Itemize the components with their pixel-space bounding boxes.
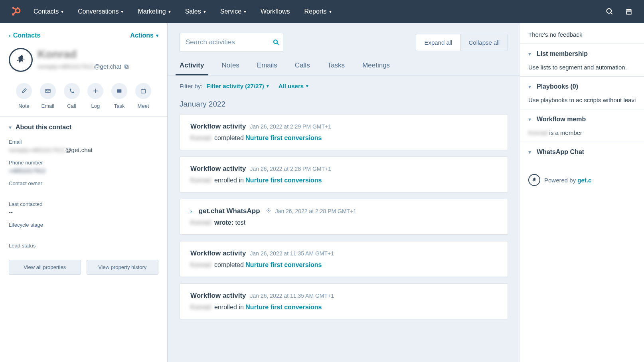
call-action[interactable]: Call — [64, 83, 80, 109]
about-title: About this contact — [16, 124, 71, 131]
card-time: Jan 26, 2022 at 2:28 PM GMT+1 — [275, 208, 357, 214]
contact-email: noreply+4851017912@get.chat — [38, 63, 129, 70]
tab-notes[interactable]: Notes — [221, 56, 239, 75]
search-input[interactable] — [186, 38, 270, 46]
meet-action[interactable]: Meet — [135, 83, 151, 109]
hubspot-logo[interactable] — [10, 5, 22, 18]
expand-all-button[interactable]: Expand all — [416, 34, 460, 51]
log-action[interactable]: +Log — [87, 83, 103, 109]
svg-line-7 — [611, 13, 612, 14]
card-body: Konrad completed Nurture first conversio… — [190, 135, 497, 142]
chevron-down-icon: ▾ — [528, 51, 531, 57]
activity-card[interactable]: Workflow activityJan 26, 2022 at 2:28 PM… — [180, 156, 508, 192]
chevron-down-icon: ▾ — [267, 83, 269, 89]
card-time: Jan 26, 2022 at 11:35 AM GMT+1 — [250, 250, 334, 257]
search-icon[interactable] — [604, 6, 615, 17]
tab-emails[interactable]: Emails — [257, 56, 277, 75]
actor-name-blurred: Konrad — [190, 261, 211, 268]
chevron-down-icon: ▾ — [306, 83, 308, 89]
nav-marketing[interactable]: Marketing▾ — [138, 8, 170, 15]
note-action[interactable]: Note — [16, 83, 32, 109]
nav-label: Marketing — [138, 8, 166, 15]
card-body: Konrad completed Nurture first conversio… — [190, 261, 497, 269]
search-activities[interactable] — [180, 33, 283, 52]
task-icon — [111, 83, 127, 99]
actions-label: Actions — [130, 32, 154, 39]
chevron-right-icon[interactable]: › — [190, 208, 192, 214]
action-label: Email — [41, 103, 54, 109]
marketplace-icon[interactable] — [623, 6, 634, 17]
chevron-down-icon: ▾ — [9, 124, 12, 131]
card-time: Jan 26, 2022 at 2:28 PM GMT+1 — [250, 166, 332, 172]
svg-line-17 — [277, 43, 279, 45]
powered-link[interactable]: get.c — [577, 177, 591, 184]
prop-label: Lead status — [9, 243, 158, 249]
task-action[interactable]: Task — [111, 83, 127, 109]
desc-rest: is a member — [547, 129, 582, 136]
svg-point-16 — [274, 40, 277, 44]
card-time: Jan 26, 2022 at 2:29 PM GMT+1 — [250, 123, 332, 130]
right-section-playbooks[interactable]: ▾ Playbooks (0) — [520, 77, 644, 97]
chevron-down-icon: ▾ — [244, 9, 246, 14]
back-to-contacts[interactable]: ‹ Contacts — [9, 32, 40, 39]
feedback-text: There's no feedback — [528, 30, 636, 39]
actor-name-blurred: Konrad — [190, 135, 211, 141]
nav-workflows[interactable]: Workflows — [261, 8, 290, 15]
svg-rect-9 — [126, 65, 128, 68]
activity-list: Workflow activityJan 26, 2022 at 2:29 PM… — [168, 114, 520, 342]
filter-row: Filter by: Filter activity (27/27)▾ All … — [168, 75, 520, 97]
nav-sales[interactable]: Sales▾ — [185, 8, 206, 15]
right-section-whatsapp-chat[interactable]: ▾ WhatsApp Chat — [520, 142, 644, 162]
activity-card[interactable]: Workflow activityJan 26, 2022 at 11:35 A… — [180, 241, 508, 277]
right-section-list-memberships[interactable]: ▾ List membership — [520, 44, 644, 64]
activity-card[interactable]: ›get.chat WhatsAppJan 26, 2022 at 2:28 P… — [180, 199, 508, 235]
activity-card[interactable]: Workflow activityJan 26, 2022 at 11:35 A… — [180, 283, 508, 319]
svg-point-0 — [12, 13, 14, 16]
gear-icon[interactable] — [266, 208, 271, 213]
nav-label: Service — [220, 8, 241, 15]
avatar[interactable] — [9, 48, 33, 72]
collapse-all-button[interactable]: Collapse all — [460, 34, 508, 51]
view-all-properties-button[interactable]: View all properties — [9, 260, 81, 275]
workflow-link[interactable]: Nurture first conversions — [245, 135, 322, 141]
nav-service[interactable]: Service▾ — [220, 8, 246, 15]
view-property-history-button[interactable]: View property history — [87, 260, 159, 275]
tab-meetings[interactable]: Meetings — [362, 56, 390, 75]
action-label: Meet — [138, 103, 149, 109]
workflow-link[interactable]: Nurture first conversions — [245, 261, 322, 268]
action-label: Log — [91, 103, 100, 109]
tab-calls[interactable]: Calls — [295, 56, 310, 75]
workflow-link[interactable]: Nurture first conversions — [245, 177, 322, 184]
svg-rect-8 — [626, 11, 631, 14]
center-panel: Expand all Collapse all Activity Notes E… — [168, 23, 520, 362]
email-action[interactable]: Email — [40, 83, 56, 109]
section-desc: Use lists to segment and automation. — [520, 64, 644, 76]
actions-dropdown[interactable]: Actions ▾ — [130, 32, 158, 39]
card-time: Jan 26, 2022 at 11:35 AM GMT+1 — [250, 293, 334, 299]
card-body: Konrad enrolled in Nurture first convers… — [190, 177, 497, 184]
about-section-toggle[interactable]: ▾ About this contact — [0, 117, 167, 136]
right-section-workflow-memberships[interactable]: ▾ Workflow memb — [520, 109, 644, 129]
phone-value: +4851017912 — [9, 167, 158, 174]
nav-conversations[interactable]: Conversations▾ — [78, 8, 123, 15]
copy-icon[interactable] — [124, 64, 129, 69]
prop-lifecycle: Lifecycle stage — [0, 220, 167, 240]
tab-tasks[interactable]: Tasks — [328, 56, 345, 75]
prop-owner: Contact owner — [0, 178, 167, 199]
nav-reports[interactable]: Reports▾ — [304, 8, 332, 15]
section-title: List membership — [537, 50, 588, 57]
activity-card[interactable]: Workflow activityJan 26, 2022 at 2:29 PM… — [180, 114, 508, 150]
card-title: get.chat WhatsApp — [199, 207, 260, 215]
tab-activity[interactable]: Activity — [180, 56, 204, 75]
top-nav: Contacts▾ Conversations▾ Marketing▾ Sale… — [0, 0, 644, 23]
right-panel: There's no feedback ▾ List membership Us… — [520, 23, 644, 362]
card-title: Workflow activity — [190, 249, 246, 257]
email-icon — [40, 83, 56, 99]
filter-users-dropdown[interactable]: All users▾ — [279, 83, 308, 89]
card-body: Konrad enrolled in Nurture first convers… — [190, 304, 497, 311]
workflow-link[interactable]: Nurture first conversions — [245, 304, 322, 311]
nav-label: Conversations — [78, 8, 119, 15]
action-label: Call — [67, 103, 76, 109]
nav-contacts[interactable]: Contacts▾ — [34, 8, 63, 15]
filter-activity-dropdown[interactable]: Filter activity (27/27)▾ — [207, 83, 269, 89]
